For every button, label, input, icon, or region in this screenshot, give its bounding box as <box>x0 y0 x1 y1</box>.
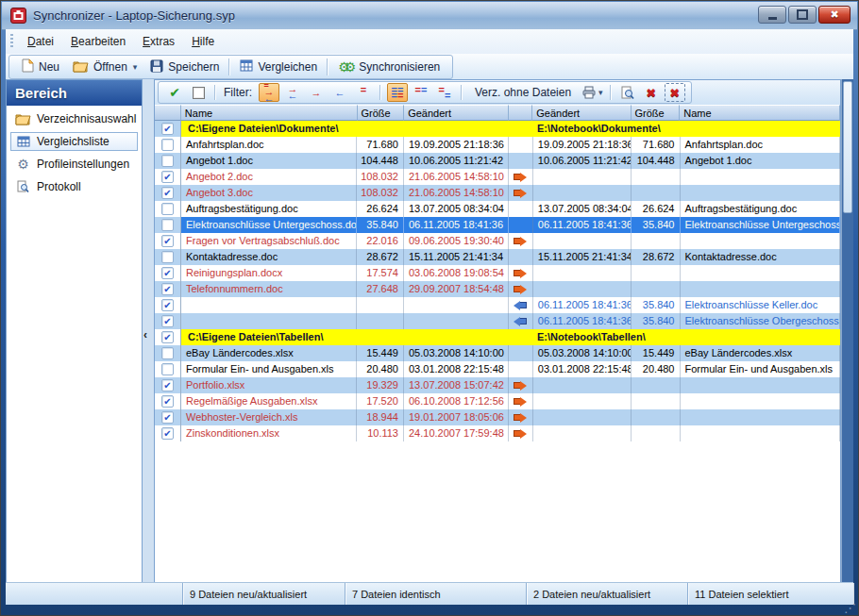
sidebar-item-verzeichnisauswahl[interactable]: Verzeichnisauswahl <box>10 109 138 128</box>
select-all-button[interactable]: ✔ <box>164 83 185 102</box>
row-checkbox[interactable] <box>161 139 174 151</box>
double-equals-icon: == <box>415 84 428 95</box>
table-row[interactable]: Kontaktadresse.doc28.67215.11.2005 21:41… <box>155 249 840 265</box>
view-all-rows-button[interactable]: ==== <box>387 83 408 102</box>
header-size-left[interactable]: Größe <box>358 105 405 121</box>
table-row[interactable]: Angebot 1.doc104.44810.06.2005 11:21:421… <box>155 153 840 169</box>
table-row[interactable]: ✔Portfolio.xlsx19.32913.07.2008 15:07:42 <box>155 377 840 393</box>
table-row[interactable]: Anfahrtsplan.doc71.68019.09.2005 21:18:3… <box>155 137 840 153</box>
sync-direction-cell <box>509 393 533 409</box>
minimize-button[interactable] <box>758 6 786 24</box>
table-row[interactable]: ✔Angebot 2.doc108.03221.06.2005 14:58:10 <box>155 169 840 185</box>
row-checkbox[interactable]: ✔ <box>161 379 174 391</box>
save-icon <box>150 59 163 75</box>
sidebar-item-vergleichsliste[interactable]: Vergleichsliste <box>10 132 138 151</box>
gear-icon: ⚙ <box>15 158 31 171</box>
filter-both-directions-button[interactable]: →← <box>282 83 303 102</box>
filter-identical-button[interactable]: = <box>353 83 374 102</box>
row-checkbox[interactable] <box>161 219 174 231</box>
file-size-right: 15.449 <box>632 345 681 361</box>
delete-selected-button[interactable]: ✖ <box>665 83 685 102</box>
view-equal-pairs-button[interactable]: == <box>411 83 431 102</box>
row-checkbox[interactable]: ✔ <box>161 427 174 440</box>
save-button[interactable]: Speichern <box>143 58 226 77</box>
row-checkbox[interactable]: ✔ <box>161 395 174 408</box>
row-checkbox[interactable]: ✔ <box>161 283 174 295</box>
file-name-right <box>681 377 841 393</box>
table-row[interactable]: ✔Webhoster-Vergleich.xls18.94419.01.2007… <box>155 409 840 425</box>
row-checkbox[interactable]: ✔ <box>161 299 174 311</box>
resize-grip[interactable]: ⋰ <box>844 604 856 613</box>
title-bar[interactable]: Synchronizer - Laptop-Sicherung.syp ✖ <box>2 2 857 30</box>
table-row[interactable]: Auftragsbestätigung.doc26.62413.07.2005 … <box>155 201 840 217</box>
header-date-left[interactable]: Geändert <box>404 105 509 121</box>
open-button[interactable]: Öffnen▾ <box>66 58 143 77</box>
table-row[interactable]: ✔Zinskonditionen.xlsx10.11324.10.2007 17… <box>155 425 840 441</box>
row-checkbox[interactable] <box>161 251 174 263</box>
splitter[interactable]: ‹ <box>143 79 154 583</box>
sync-direction-cell <box>509 249 533 265</box>
dirs-without-files-button[interactable]: Verz. ohne Dateien <box>468 83 578 102</box>
sidebar-item-protokoll[interactable]: Protokoll <box>10 177 138 196</box>
file-size-right: 35.840 <box>632 313 681 329</box>
filter-all-differences-button[interactable]: =→← <box>259 83 279 102</box>
print-preview-button[interactable] <box>617 83 638 102</box>
row-checkbox[interactable]: ✔ <box>161 315 174 327</box>
compare-button[interactable]: Vergleichen <box>233 58 324 76</box>
table-row[interactable]: ✔Telefonnummern.doc27.64829.09.2007 18:5… <box>155 281 840 297</box>
header-name-right[interactable]: Name <box>680 105 840 121</box>
row-checkbox[interactable] <box>161 203 174 215</box>
row-checkbox[interactable] <box>161 347 174 359</box>
splitter-collapse-icon[interactable]: ‹ <box>143 328 147 341</box>
equal-and-both-arrows-icon: =→← <box>264 84 275 102</box>
row-checkbox[interactable]: ✔ <box>161 411 174 424</box>
scrollbar-thumb[interactable] <box>843 81 852 213</box>
deselect-all-button[interactable] <box>188 83 209 102</box>
table-row[interactable]: ✔Fragen vor Vertragsabschluß.doc22.01609… <box>155 233 840 249</box>
header-check[interactable] <box>155 105 181 121</box>
file-name-right <box>681 233 841 249</box>
row-checkbox[interactable] <box>161 155 174 167</box>
row-checkbox[interactable]: ✔ <box>161 123 174 135</box>
header-date-right[interactable]: Geändert <box>532 105 631 121</box>
view-unequal-pairs-button[interactable]: == <box>434 83 455 102</box>
table-row[interactable]: eBay Ländercodes.xlsx15.44905.03.2008 14… <box>155 345 840 361</box>
table-row[interactable]: ✔Regelmäßige Ausgaben.xlsx17.52006.10.20… <box>155 393 840 409</box>
delete-button[interactable]: ✖ <box>641 83 662 102</box>
row-checkbox[interactable] <box>161 363 174 375</box>
sync-button[interactable]: ⚙⚙Synchronisieren <box>331 58 446 75</box>
maximize-button[interactable] <box>788 6 817 24</box>
group-row[interactable]: ✔C:\Eigene Dateien\Dokumente\E:\Notebook… <box>155 121 840 137</box>
menu-datei[interactable]: Datei <box>19 32 62 51</box>
row-checkbox[interactable]: ✔ <box>161 235 174 247</box>
file-size-left: 10.113 <box>357 425 404 441</box>
sidebar-item-label: Verzeichnisauswahl <box>37 112 136 125</box>
table-row[interactable]: Elektroanschlüsse Untergeschoss.doc35.84… <box>155 217 840 233</box>
toolbar-grip[interactable] <box>10 34 13 49</box>
table-row[interactable]: Formular Ein- und Ausgaben.xls20.48003.0… <box>155 361 840 377</box>
vertical-scrollbar[interactable] <box>841 79 853 583</box>
close-button[interactable]: ✖ <box>818 6 851 24</box>
filter-left-to-right-button[interactable]: → <box>306 83 327 102</box>
table-row[interactable]: ✔Reinigungsplan.docx17.57403.06.2008 19:… <box>155 265 840 281</box>
menu-bearbeiten[interactable]: Bearbeiten <box>62 32 134 51</box>
header-name-left[interactable]: Name <box>181 105 358 121</box>
file-date-left <box>404 313 509 329</box>
menu-extras[interactable]: Extras <box>134 32 183 51</box>
table-row[interactable]: ✔06.11.2005 18:41:3635.840Elektroanschlü… <box>155 313 840 329</box>
row-checkbox[interactable]: ✔ <box>161 331 174 343</box>
filter-right-to-left-button[interactable]: ← <box>329 83 350 102</box>
menu-hilfe[interactable]: Hilfe <box>183 32 223 51</box>
row-checkbox[interactable]: ✔ <box>161 267 174 279</box>
table-row[interactable]: ✔Angebot 3.doc108.03221.06.2005 14:58:10 <box>155 185 840 201</box>
row-checkbox[interactable]: ✔ <box>161 171 174 183</box>
table-row[interactable]: ✔06.11.2005 18:41:3635.840Elektroanschlü… <box>155 297 840 313</box>
sidebar-item-profileinstellungen[interactable]: ⚙Profileinstellungen <box>10 155 138 174</box>
row-checkbox[interactable]: ✔ <box>161 187 174 199</box>
group-row[interactable]: ✔C:\Eigene Dateien\Tabellen\E:\Notebook\… <box>155 329 840 345</box>
file-date-left: 21.06.2005 14:58:10 <box>404 169 509 185</box>
new-button[interactable]: Neu <box>15 57 66 77</box>
header-size-right[interactable]: Größe <box>632 105 681 121</box>
print-button[interactable]: ▾ <box>581 83 604 102</box>
header-arrow[interactable] <box>509 105 532 121</box>
